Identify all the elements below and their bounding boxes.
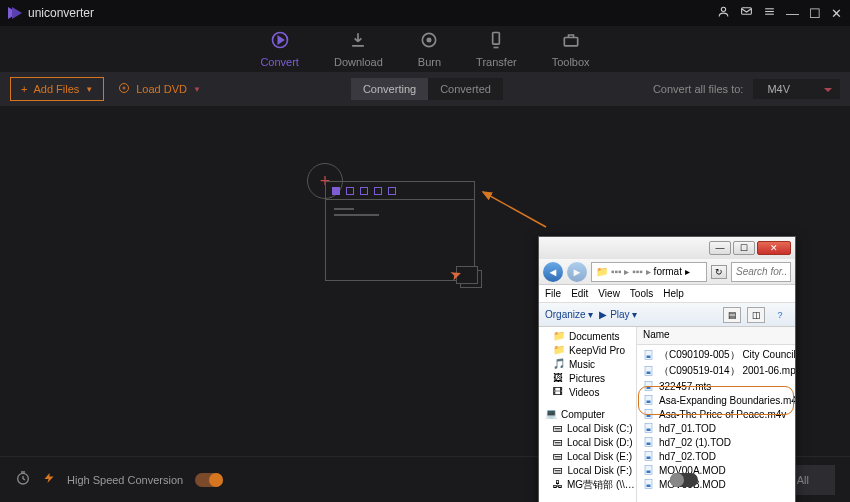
svg-rect-20 bbox=[645, 367, 652, 376]
menu-view[interactable]: View bbox=[598, 288, 620, 299]
file-item[interactable]: hd7_01.TOD bbox=[637, 421, 795, 435]
file-item[interactable]: 322457.mts bbox=[637, 379, 795, 393]
tree-item[interactable]: 🖴Local Disk (D:) bbox=[539, 435, 636, 449]
dialog-body: 📁Documents📁KeepVid Pro🎵Music🖼Pictures🎞Vi… bbox=[539, 327, 795, 502]
file-list[interactable]: Name （C090109-005） City Council 12（C0905… bbox=[637, 327, 795, 502]
hsc-label: High Speed Conversion bbox=[67, 474, 183, 486]
convert-to-label: Convert all files to: bbox=[653, 83, 743, 95]
tree-item[interactable]: 📁Documents bbox=[539, 329, 636, 343]
svg-rect-28 bbox=[645, 424, 652, 433]
minimize-button[interactable]: — bbox=[786, 6, 799, 21]
tree-item-label: Local Disk (C:) bbox=[567, 423, 633, 434]
address-bar[interactable]: 📁 ▪▪▪ ▸ ▪▪▪ ▸ format ▸ bbox=[591, 262, 707, 282]
svg-rect-13 bbox=[564, 38, 577, 46]
svg-point-10 bbox=[428, 38, 431, 41]
tree-item[interactable]: 🎵Music bbox=[539, 357, 636, 371]
tree-item[interactable]: 🖼Pictures bbox=[539, 371, 636, 385]
tree-item[interactable]: 🖧MG营销部 (\\… bbox=[539, 477, 636, 493]
music-icon: 🎵 bbox=[553, 358, 565, 370]
tree-item[interactable]: 💻Computer bbox=[539, 407, 636, 421]
menu-edit[interactable]: Edit bbox=[571, 288, 588, 299]
timer-icon[interactable] bbox=[15, 470, 31, 489]
menu-icon[interactable] bbox=[763, 5, 776, 21]
file-item[interactable]: （C090519-014） 2001-06.mpg bbox=[637, 363, 795, 379]
tab-transfer[interactable]: Transfer bbox=[476, 30, 517, 68]
hsc-toggle[interactable] bbox=[195, 473, 223, 487]
tree-item-label: Local Disk (E:) bbox=[567, 451, 632, 462]
merge-toggle[interactable] bbox=[670, 473, 698, 487]
svg-rect-34 bbox=[645, 466, 652, 475]
file-name: hd7_02.TOD bbox=[659, 451, 716, 462]
disk-icon: 🖴 bbox=[553, 464, 564, 476]
add-files-label: Add Files bbox=[33, 83, 79, 95]
menu-tools[interactable]: Tools bbox=[630, 288, 653, 299]
folder-tree[interactable]: 📁Documents📁KeepVid Pro🎵Music🖼Pictures🎞Vi… bbox=[539, 327, 637, 502]
file-item[interactable]: hd7_02 (1).TOD bbox=[637, 435, 795, 449]
seg-converted[interactable]: Converted bbox=[428, 78, 503, 100]
file-icon bbox=[643, 365, 655, 377]
file-item[interactable]: MOV00A.MOD bbox=[637, 463, 795, 477]
tree-item-label: Local Disk (F:) bbox=[568, 465, 632, 476]
tab-convert[interactable]: Convert bbox=[260, 30, 299, 68]
main-tabs: Convert Download Burn Transfer Toolbox bbox=[0, 26, 850, 72]
refresh-button[interactable]: ↻ bbox=[711, 265, 727, 279]
load-dvd-label: Load DVD bbox=[136, 83, 187, 95]
tab-toolbox[interactable]: Toolbox bbox=[552, 30, 590, 68]
file-icon bbox=[643, 422, 655, 434]
chevron-down-icon: ▼ bbox=[193, 85, 201, 94]
file-item[interactable]: hd7_02.TOD bbox=[637, 449, 795, 463]
add-files-button[interactable]: + Add Files ▼ bbox=[10, 77, 104, 101]
svg-rect-3 bbox=[742, 8, 752, 15]
svg-point-14 bbox=[120, 84, 129, 93]
nav-forward-button[interactable]: ► bbox=[567, 262, 587, 282]
dialog-maximize-button[interactable]: ☐ bbox=[733, 241, 755, 255]
tree-item[interactable]: 📁KeepVid Pro bbox=[539, 343, 636, 357]
app-name: uniconverter bbox=[28, 6, 94, 20]
file-icon bbox=[643, 478, 655, 490]
svg-marker-8 bbox=[278, 37, 283, 44]
column-header-name[interactable]: Name bbox=[637, 327, 795, 345]
message-icon[interactable] bbox=[740, 5, 753, 21]
output-format-select[interactable]: M4V bbox=[753, 79, 840, 99]
tree-item[interactable]: 🖴Local Disk (F:) bbox=[539, 463, 636, 477]
file-item[interactable]: MOV00B.MOD bbox=[637, 477, 795, 491]
svg-marker-1 bbox=[12, 7, 22, 19]
file-item[interactable]: Asa-The Price of Peace.m4v bbox=[637, 407, 795, 421]
menu-help[interactable]: Help bbox=[663, 288, 684, 299]
play-button[interactable]: ▶ Play ▾ bbox=[599, 309, 637, 320]
svg-rect-18 bbox=[645, 351, 652, 360]
tree-item[interactable]: 🖴Local Disk (C:) bbox=[539, 421, 636, 435]
preview-pane-button[interactable]: ◫ bbox=[747, 307, 765, 323]
svg-rect-27 bbox=[647, 415, 651, 418]
bolt-icon bbox=[43, 471, 55, 488]
view-options-button[interactable]: ▤ bbox=[723, 307, 741, 323]
dialog-minimize-button[interactable]: — bbox=[709, 241, 731, 255]
file-item[interactable]: Asa-Expanding Boundaries.m4v bbox=[637, 393, 795, 407]
tree-item[interactable]: 🖴Local Disk (E:) bbox=[539, 449, 636, 463]
tab-burn[interactable]: Burn bbox=[418, 30, 441, 68]
file-item[interactable]: （C090109-005） City Council 12 bbox=[637, 347, 795, 363]
drag-arrow-annotation bbox=[478, 189, 548, 229]
menu-file[interactable]: File bbox=[545, 288, 561, 299]
help-button[interactable]: ? bbox=[771, 307, 789, 323]
tree-item-label: MG营销部 (\\… bbox=[567, 478, 635, 492]
seg-converting[interactable]: Converting bbox=[351, 78, 428, 100]
load-dvd-button[interactable]: Load DVD ▼ bbox=[118, 82, 201, 96]
file-name: 322457.mts bbox=[659, 381, 711, 392]
nav-back-button[interactable]: ◄ bbox=[543, 262, 563, 282]
organize-button[interactable]: Organize ▾ bbox=[545, 309, 593, 320]
tab-download[interactable]: Download bbox=[334, 30, 383, 68]
tree-item-label: Local Disk (D:) bbox=[567, 437, 633, 448]
format-value: M4V bbox=[767, 83, 790, 95]
search-input[interactable] bbox=[731, 262, 791, 282]
svg-rect-19 bbox=[647, 356, 651, 359]
svg-point-2 bbox=[721, 7, 725, 11]
user-icon[interactable] bbox=[717, 5, 730, 21]
tree-item[interactable]: 🎞Videos bbox=[539, 385, 636, 399]
svg-rect-24 bbox=[645, 396, 652, 405]
maximize-button[interactable]: ☐ bbox=[809, 6, 821, 21]
dialog-close-button[interactable]: ✕ bbox=[757, 241, 791, 255]
svg-rect-26 bbox=[645, 410, 652, 419]
close-button[interactable]: ✕ bbox=[831, 6, 842, 21]
file-icon bbox=[643, 380, 655, 392]
